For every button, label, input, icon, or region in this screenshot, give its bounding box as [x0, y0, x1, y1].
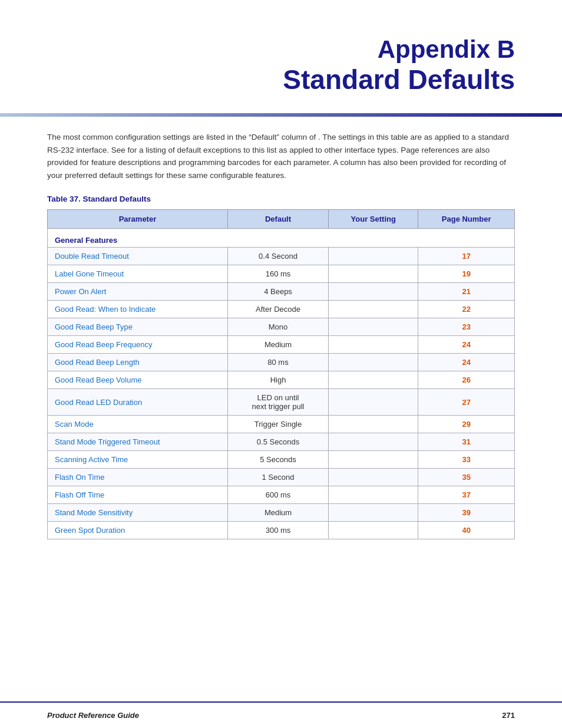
cell-your-setting: [329, 371, 418, 389]
cell-page-number: 39: [418, 504, 515, 522]
content-area: The most common configuration settings a…: [0, 117, 562, 701]
cell-parameter: Good Read Beep Type: [48, 318, 228, 336]
cell-page-number: 37: [418, 486, 515, 504]
section-header-row: General Features: [48, 229, 515, 248]
cell-default: 5 Seconds: [227, 451, 328, 469]
cell-parameter: Scan Mode: [48, 416, 228, 433]
cell-parameter: Stand Mode Sensitivity: [48, 504, 228, 522]
cell-your-setting: [329, 336, 418, 354]
page: Appendix B Standard Defaults The most co…: [0, 0, 562, 728]
standard-title: Standard Defaults: [47, 64, 515, 95]
cell-page-number: 29: [418, 416, 515, 433]
cell-page-number: 24: [418, 336, 515, 354]
cell-your-setting: [329, 283, 418, 301]
cell-your-setting: [329, 469, 418, 486]
cell-page-number: 23: [418, 318, 515, 336]
cell-parameter: Label Gone Timeout: [48, 265, 228, 283]
table-row: Good Read Beep VolumeHigh26: [48, 371, 515, 389]
footer-left: Product Reference Guide: [47, 711, 139, 720]
table-row: Green Spot Duration300 ms40: [48, 522, 515, 539]
table-row: Good Read Beep Length80 ms24: [48, 354, 515, 371]
cell-your-setting: [329, 248, 418, 265]
table-row: Flash On Time1 Second35: [48, 469, 515, 486]
cell-default: 0.5 Seconds: [227, 433, 328, 451]
cell-default: 600 ms: [227, 486, 328, 504]
cell-page-number: 26: [418, 371, 515, 389]
cell-default: Medium: [227, 336, 328, 354]
cell-default: After Decode: [227, 301, 328, 318]
cell-your-setting: [329, 318, 418, 336]
table-row: Scanning Active Time5 Seconds33: [48, 451, 515, 469]
cell-default: 300 ms: [227, 522, 328, 539]
cell-parameter: Double Read Timeout: [48, 248, 228, 265]
cell-parameter: Good Read LED Duration: [48, 389, 228, 416]
cell-page-number: 40: [418, 522, 515, 539]
section-label: General Features: [48, 229, 515, 248]
table-header-row: Parameter Default Your Setting Page Numb…: [48, 210, 515, 229]
cell-default: High: [227, 371, 328, 389]
cell-your-setting: [329, 486, 418, 504]
table-row: Double Read Timeout0.4 Second17: [48, 248, 515, 265]
cell-your-setting: [329, 433, 418, 451]
cell-parameter: Good Read: When to Indicate: [48, 301, 228, 318]
table-row: Good Read Beep FrequencyMedium24: [48, 336, 515, 354]
header-section: Appendix B Standard Defaults: [0, 0, 562, 107]
col-your-setting: Your Setting: [329, 210, 418, 229]
cell-parameter: Good Read Beep Volume: [48, 371, 228, 389]
cell-page-number: 27: [418, 389, 515, 416]
cell-parameter: Stand Mode Triggered Timeout: [48, 433, 228, 451]
cell-your-setting: [329, 389, 418, 416]
footer-right: 271: [502, 711, 515, 720]
table-row: Scan ModeTrigger Single29: [48, 416, 515, 433]
cell-default: 0.4 Second: [227, 248, 328, 265]
cell-default: LED on until next trigger pull: [227, 389, 328, 416]
table-row: Power On Alert4 Beeps21: [48, 283, 515, 301]
cell-default: 160 ms: [227, 265, 328, 283]
cell-page-number: 24: [418, 354, 515, 371]
cell-parameter: Good Read Beep Length: [48, 354, 228, 371]
appendix-title: Appendix B: [47, 35, 515, 64]
table-row: Good Read: When to IndicateAfter Decode2…: [48, 301, 515, 318]
table-row: Flash Off Time600 ms37: [48, 486, 515, 504]
intro-text: The most common configuration settings a…: [47, 131, 515, 182]
standards-table: Parameter Default Your Setting Page Numb…: [47, 209, 515, 539]
col-default: Default: [227, 210, 328, 229]
col-parameter: Parameter: [48, 210, 228, 229]
cell-default: Mono: [227, 318, 328, 336]
cell-your-setting: [329, 522, 418, 539]
cell-page-number: 22: [418, 301, 515, 318]
cell-page-number: 31: [418, 433, 515, 451]
cell-parameter: Good Read Beep Frequency: [48, 336, 228, 354]
table-row: Stand Mode SensitivityMedium39: [48, 504, 515, 522]
table-row: Good Read LED DurationLED on until next …: [48, 389, 515, 416]
table-row: Label Gone Timeout160 ms19: [48, 265, 515, 283]
cell-page-number: 35: [418, 469, 515, 486]
cell-default: Trigger Single: [227, 416, 328, 433]
cell-page-number: 19: [418, 265, 515, 283]
cell-your-setting: [329, 354, 418, 371]
cell-parameter: Flash Off Time: [48, 486, 228, 504]
table-row: Stand Mode Triggered Timeout0.5 Seconds3…: [48, 433, 515, 451]
table-row: Good Read Beep TypeMono23: [48, 318, 515, 336]
cell-default: 80 ms: [227, 354, 328, 371]
table-title: Table 37. Standard Defaults: [47, 195, 515, 203]
cell-parameter: Flash On Time: [48, 469, 228, 486]
cell-page-number: 17: [418, 248, 515, 265]
cell-your-setting: [329, 504, 418, 522]
cell-parameter: Green Spot Duration: [48, 522, 228, 539]
cell-your-setting: [329, 301, 418, 318]
cell-page-number: 33: [418, 451, 515, 469]
cell-your-setting: [329, 265, 418, 283]
cell-page-number: 21: [418, 283, 515, 301]
footer: Product Reference Guide 271: [0, 701, 562, 728]
cell-your-setting: [329, 451, 418, 469]
cell-default: Medium: [227, 504, 328, 522]
cell-parameter: Power On Alert: [48, 283, 228, 301]
cell-default: 1 Second: [227, 469, 328, 486]
cell-default: 4 Beeps: [227, 283, 328, 301]
cell-parameter: Scanning Active Time: [48, 451, 228, 469]
cell-your-setting: [329, 416, 418, 433]
col-page-number: Page Number: [418, 210, 515, 229]
